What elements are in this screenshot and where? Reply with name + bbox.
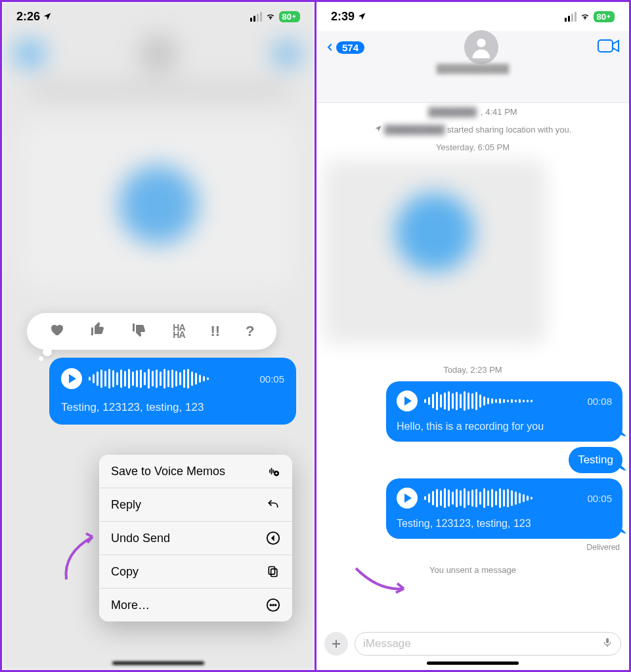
- dictation-button[interactable]: [602, 636, 613, 652]
- menu-label: Reply: [111, 498, 141, 512]
- audio-duration: 00:05: [259, 373, 284, 385]
- menu-copy[interactable]: Copy: [99, 555, 292, 589]
- blurred-attachment[interactable]: [323, 160, 546, 344]
- svg-rect-10: [606, 638, 609, 643]
- svg-point-7: [275, 604, 276, 606]
- location-arrow-icon: [357, 12, 366, 21]
- battery-indicator: 80: [279, 11, 300, 22]
- wifi-icon: [579, 12, 591, 21]
- menu-more[interactable]: More…: [99, 589, 292, 621]
- cellular-icon: [565, 12, 577, 22]
- location-sharing-notice: ██████████ started sharing location with…: [323, 125, 622, 135]
- wifi-icon: [265, 12, 276, 21]
- conversation-header: 574 ████████████: [316, 31, 629, 103]
- tapback-thumbs-up[interactable]: [90, 322, 106, 341]
- audio-duration: 00:05: [587, 493, 612, 504]
- timestamp-row: ████████, 4:41 PM: [323, 107, 622, 117]
- reply-arrow-icon: [266, 497, 280, 512]
- home-indicator[interactable]: [427, 662, 519, 665]
- location-arrow-icon: [43, 12, 52, 21]
- undo-circle-icon: [266, 531, 280, 545]
- input-placeholder: iMessage: [363, 637, 411, 650]
- contact-name-blurred: ████████████: [316, 64, 629, 74]
- waveform-plus-icon: [266, 464, 280, 478]
- play-button[interactable]: [397, 390, 418, 411]
- svg-point-8: [477, 39, 485, 47]
- svg-rect-3: [269, 567, 274, 575]
- status-bar: 2:39 80: [316, 2, 629, 31]
- tapback-thumbs-down[interactable]: [131, 322, 147, 341]
- audio-waveform[interactable]: [424, 488, 580, 509]
- location-arrow-icon: [374, 125, 382, 133]
- copy-icon: [266, 564, 280, 579]
- status-time: 2:39: [331, 10, 355, 24]
- chevron-left-icon: [326, 40, 335, 54]
- timestamp-today: Today, 2:23 PM: [323, 365, 622, 375]
- text-message-sent[interactable]: Testing: [569, 447, 622, 473]
- tapback-haha[interactable]: HAHA: [173, 324, 185, 339]
- video-icon: [598, 38, 620, 54]
- cellular-icon: [250, 12, 262, 22]
- menu-save-voice-memos[interactable]: Save to Voice Memos: [99, 455, 292, 488]
- ellipsis-circle-icon: [266, 598, 280, 612]
- phone-screen-context-menu: 2:26 80: [2, 2, 316, 670]
- voice-message-sent-1[interactable]: 00:08 Hello, this is a recording for you: [386, 381, 622, 442]
- play-button[interactable]: [397, 488, 418, 509]
- svg-rect-9: [598, 40, 613, 52]
- audio-waveform[interactable]: [424, 390, 580, 411]
- timestamp-yesterday: Yesterday, 6:05 PM: [323, 142, 622, 152]
- audio-duration: 00:08: [587, 396, 612, 407]
- back-button[interactable]: 574: [326, 40, 364, 54]
- svg-rect-2: [271, 569, 277, 577]
- message-text-input[interactable]: iMessage: [355, 632, 621, 656]
- menu-label: Save to Voice Memos: [111, 465, 225, 478]
- messages-scroll-area[interactable]: ████████, 4:41 PM ██████████ started sha…: [316, 103, 629, 628]
- audio-transcription: Hello, this is a recording for you: [397, 421, 612, 432]
- battery-indicator: 80: [594, 11, 615, 22]
- audio-transcription: Testing, 123123, testing, 123: [397, 518, 612, 530]
- play-button[interactable]: [61, 368, 82, 389]
- phone-screen-conversation: 2:39 80 574: [316, 2, 629, 670]
- audio-transcription: Testing, 123123, testing, 123: [61, 401, 284, 414]
- facetime-button[interactable]: [598, 38, 620, 56]
- unsent-message-notice: You unsent a message: [323, 565, 622, 575]
- home-indicator[interactable]: [112, 662, 204, 665]
- voice-message-bubble[interactable]: 00:05 Testing, 123123, testing, 123: [49, 358, 296, 425]
- tapback-heart[interactable]: [49, 322, 64, 341]
- unread-count-badge: 574: [336, 41, 364, 54]
- menu-undo-send[interactable]: Undo Send: [99, 522, 292, 555]
- menu-label: More…: [111, 598, 150, 612]
- delivered-status: Delivered: [586, 543, 620, 552]
- message-input-bar: iMessage: [316, 629, 629, 658]
- tapback-reactions-bar: HAHA !! ?: [27, 313, 276, 350]
- svg-point-5: [270, 604, 271, 606]
- svg-point-6: [272, 604, 274, 606]
- tapback-question[interactable]: ?: [246, 323, 254, 340]
- message-text: Testing: [578, 453, 613, 466]
- audio-waveform[interactable]: [89, 368, 253, 389]
- voice-message-sent-2[interactable]: 00:05 Testing, 123123, testing, 123: [386, 478, 622, 539]
- plus-icon: [330, 638, 342, 650]
- menu-label: Copy: [111, 565, 139, 579]
- status-bar: 2:26 80: [2, 2, 315, 31]
- tapback-exclaim[interactable]: !!: [210, 323, 220, 340]
- menu-reply[interactable]: Reply: [99, 488, 292, 522]
- add-attachment-button[interactable]: [324, 632, 348, 656]
- person-icon: [468, 34, 494, 60]
- status-time: 2:26: [16, 10, 40, 24]
- contact-avatar[interactable]: [464, 30, 498, 64]
- message-context-menu: Save to Voice Memos Reply Undo Send Copy…: [99, 455, 292, 621]
- microphone-icon: [602, 636, 613, 649]
- menu-label: Undo Send: [111, 532, 170, 545]
